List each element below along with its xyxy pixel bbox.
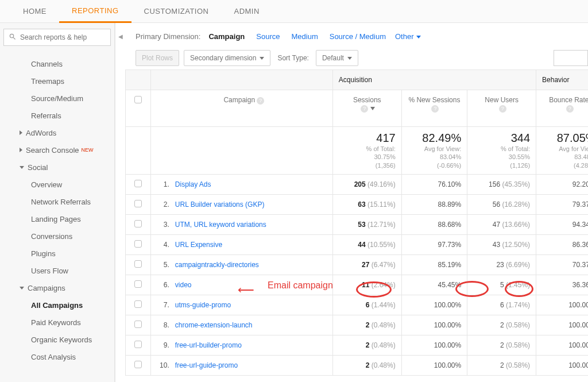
- campaign-link[interactable]: utms-guide-promo: [175, 301, 231, 309]
- campaign-link[interactable]: free-url-builder-promo: [175, 341, 242, 349]
- help-icon[interactable]: ?: [361, 105, 368, 113]
- row-campaign-cell: 6.video: [150, 275, 332, 295]
- campaign-link[interactable]: Display Ads: [175, 180, 211, 188]
- top-nav: HOME REPORTING CUSTOMIZATION ADMIN: [0, 0, 588, 23]
- table-row: 1.Display Ads205 (49.16%)76.10%156 (45.3…: [126, 174, 589, 194]
- cell-new-sessions: 45.45%: [401, 275, 467, 295]
- row-campaign-cell: 1.Display Ads: [150, 174, 332, 194]
- cell-new-users: 2 (0.58%): [467, 335, 536, 355]
- campaign-link[interactable]: campaigntrackly-directories: [175, 261, 259, 269]
- row-checkbox[interactable]: [126, 174, 151, 194]
- checkbox-icon: [134, 96, 142, 103]
- checkbox-icon: [134, 361, 142, 368]
- row-checkbox[interactable]: [126, 335, 151, 355]
- cell-new-sessions: 100.00%: [401, 355, 467, 375]
- nav-cost-analysis[interactable]: Cost Analysis: [2, 348, 114, 365]
- table-row: 6.video11 (2.64%)45.45%5 (1.45%)36.36%8.…: [126, 275, 589, 295]
- nav-overview[interactable]: Overview: [2, 176, 114, 193]
- help-icon[interactable]: ?: [499, 105, 506, 113]
- campaign-link[interactable]: UTM, URL keyword variations: [175, 221, 266, 229]
- row-checkbox[interactable]: [126, 254, 151, 275]
- plot-rows-button[interactable]: Plot Rows: [136, 50, 179, 66]
- table-search-input[interactable]: [554, 50, 588, 66]
- cell-sessions: 6 (1.44%): [332, 295, 401, 315]
- nav-landing-pages[interactable]: Landing Pages: [2, 210, 114, 227]
- nav-search-console[interactable]: Search ConsoleNEW: [2, 141, 114, 159]
- checkbox-icon: [134, 341, 142, 348]
- nav-treemaps[interactable]: Treemaps: [2, 72, 114, 90]
- cell-new-users: 56 (16.28%): [467, 194, 536, 214]
- sidebar-collapse[interactable]: ◀: [115, 23, 125, 382]
- cell-new-sessions: 76.10%: [401, 174, 467, 194]
- campaign-link[interactable]: chrome-extension-launch: [175, 321, 253, 329]
- dim-source[interactable]: Source: [256, 32, 280, 41]
- row-checkbox[interactable]: [126, 295, 151, 315]
- row-checkbox[interactable]: [126, 234, 151, 254]
- row-campaign-cell: 3.UTM, URL keyword variations: [150, 214, 332, 234]
- cell-new-sessions: 100.00%: [401, 335, 467, 355]
- cell-new-sessions: 100.00%: [401, 295, 467, 315]
- col-new-users[interactable]: New Users?: [467, 90, 536, 127]
- nav-channels[interactable]: Channels: [2, 55, 114, 72]
- help-icon[interactable]: ?: [566, 105, 574, 113]
- nav-social[interactable]: Social: [2, 159, 114, 176]
- cell-sessions: 44 (10.55%): [332, 234, 401, 254]
- tab-home[interactable]: HOME: [10, 0, 59, 23]
- table-row: 7.utms-guide-promo6 (1.44%)100.00%6 (1.7…: [126, 295, 589, 315]
- row-campaign-cell: 7.utms-guide-promo: [150, 295, 332, 315]
- campaign-link[interactable]: URL Expensive: [175, 241, 222, 249]
- cell-sessions: 53 (12.71%): [332, 214, 401, 234]
- row-checkbox[interactable]: [126, 275, 151, 295]
- nav-organic-keywords[interactable]: Organic Keywords: [2, 331, 114, 348]
- chevron-down-icon: [260, 57, 264, 60]
- col-bounce-rate[interactable]: Bounce Rate?: [536, 90, 588, 127]
- tab-reporting[interactable]: REPORTING: [59, 0, 131, 23]
- nav-paid-keywords[interactable]: Paid Keywords: [2, 314, 114, 331]
- campaign-link[interactable]: video: [175, 281, 192, 289]
- sort-desc-icon: [370, 107, 375, 110]
- nav-conversions[interactable]: Conversions: [2, 227, 114, 245]
- tab-customization[interactable]: CUSTOMIZATION: [131, 0, 222, 23]
- help-icon[interactable]: ?: [431, 105, 439, 113]
- nav-campaigns[interactable]: Campaigns: [2, 279, 114, 296]
- select-all-checkbox[interactable]: [126, 90, 151, 127]
- row-checkbox[interactable]: [126, 355, 151, 375]
- search-input[interactable]: [20, 33, 106, 41]
- row-checkbox[interactable]: [126, 315, 151, 335]
- col-sessions[interactable]: Sessions?: [332, 90, 401, 127]
- nav-all-campaigns[interactable]: All Campaigns: [2, 296, 114, 314]
- cell-bounce: 100.00%: [536, 295, 588, 315]
- campaign-link[interactable]: free-url-guide-promo: [175, 361, 238, 369]
- row-checkbox[interactable]: [126, 194, 151, 214]
- cell-bounce: 86.36%: [536, 234, 588, 254]
- col-new-sessions[interactable]: % New Sessions?: [401, 90, 467, 127]
- nav-network-referrals[interactable]: Network Referrals: [2, 193, 114, 210]
- chevron-down-icon: [347, 57, 352, 60]
- sort-type-select[interactable]: Default: [316, 50, 358, 66]
- search-icon: [9, 33, 20, 43]
- tab-admin[interactable]: ADMIN: [221, 0, 272, 23]
- col-campaign[interactable]: Campaign?: [150, 90, 332, 127]
- row-campaign-cell: 8.chrome-extension-launch: [150, 315, 332, 335]
- dim-medium[interactable]: Medium: [291, 32, 318, 41]
- cell-sessions: 205 (49.16%): [332, 174, 401, 194]
- nav-referrals[interactable]: Referrals: [2, 107, 114, 124]
- dim-campaign[interactable]: Campaign: [208, 32, 245, 41]
- nav-plugins[interactable]: Plugins: [2, 245, 114, 262]
- search-reports[interactable]: [3, 29, 111, 46]
- cell-new-sessions: 97.73%: [401, 234, 467, 254]
- dim-other[interactable]: Other: [395, 32, 421, 41]
- cell-new-users: 2 (0.58%): [467, 355, 536, 375]
- checkbox-icon: [134, 300, 142, 308]
- cell-bounce: 79.37%: [536, 194, 588, 214]
- dim-source-medium[interactable]: Source / Medium: [330, 32, 386, 41]
- nav-users-flow[interactable]: Users Flow: [2, 262, 114, 279]
- cell-new-users: 5 (1.45%): [467, 275, 536, 295]
- nav-source-medium[interactable]: Source/Medium: [2, 90, 114, 107]
- nav-adwords[interactable]: AdWords: [2, 124, 114, 141]
- main-content: Primary Dimension: Campaign Source Mediu…: [125, 23, 588, 382]
- help-icon[interactable]: ?: [257, 97, 264, 105]
- campaign-link[interactable]: URL Builder variations (GKP): [175, 200, 265, 209]
- secondary-dimension-select[interactable]: Secondary dimension: [184, 50, 270, 66]
- row-checkbox[interactable]: [126, 214, 151, 234]
